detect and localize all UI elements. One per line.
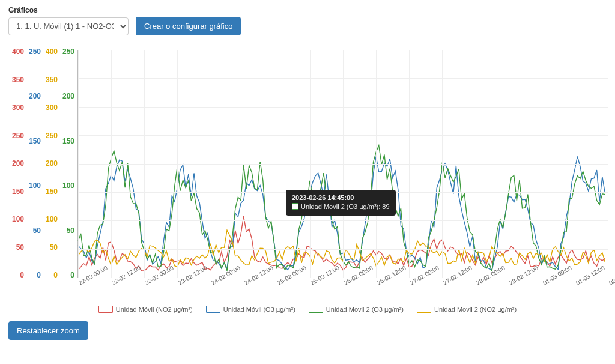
tooltip-swatch <box>292 203 298 210</box>
chart-tooltip: 2023-02-26 14:45:00 Unidad Movil 2 (O3 µ… <box>286 190 396 216</box>
legend-item[interactable]: Unidad Movil 2 (NO2 µg/m³) <box>417 306 517 313</box>
tooltip-label: Unidad Movil 2 (O3 µg/m³): 89 <box>301 203 390 210</box>
y-axis-4: 250200150100500 <box>59 47 74 278</box>
reset-zoom-button[interactable]: Restablecer zoom <box>8 321 88 340</box>
legend-label: Unidad Móvil (O3 µg/m³) <box>223 306 295 313</box>
legend-swatch <box>417 306 431 313</box>
y-axis-2: 250200150100500 <box>25 47 41 278</box>
legend-label: Unidad Movil 2 (NO2 µg/m³) <box>434 306 517 313</box>
y-axis-1: 400350300250200150100500 <box>8 47 24 278</box>
tooltip-timestamp: 2023-02-26 14:45:00 <box>292 194 354 201</box>
configure-chart-button[interactable]: Crear o configurar gráfico <box>136 17 241 35</box>
chart-legend: Unidad Móvil (NO2 µg/m³)Unidad Móvil (O3… <box>8 306 607 313</box>
charts-title: Gráficos <box>8 6 607 14</box>
y-axis-3: 400350300250200150100500 <box>42 47 58 278</box>
charts-header: Gráficos 1. 1. U. Móvil (1) 1 - NO2-O3 C… <box>8 6 607 35</box>
legend-swatch <box>98 306 113 313</box>
chart-select[interactable]: 1. 1. U. Móvil (1) 1 - NO2-O3 <box>8 17 129 35</box>
legend-item[interactable]: Unidad Móvil (NO2 µg/m³) <box>98 306 193 313</box>
legend-label: Unidad Móvil (NO2 µg/m³) <box>116 306 193 313</box>
legend-swatch <box>206 306 220 313</box>
chart-select-wrap: 1. 1. U. Móvil (1) 1 - NO2-O3 <box>8 17 129 35</box>
legend-item[interactable]: Unidad Móvil (O3 µg/m³) <box>206 306 295 313</box>
legend-label: Unidad Movil 2 (O3 µg/m³) <box>326 306 404 313</box>
x-tick-label: 02-03 00:00 <box>608 264 615 286</box>
plot-area[interactable] <box>77 50 608 278</box>
legend-swatch <box>309 306 323 313</box>
legend-item[interactable]: Unidad Movil 2 (O3 µg/m³) <box>309 306 404 313</box>
chart-area: 400350300250200150100500 250200150100500… <box>8 44 608 302</box>
x-axis: 22-02 00:0022-02 12:0023-02 00:0023-02 1… <box>77 279 608 302</box>
